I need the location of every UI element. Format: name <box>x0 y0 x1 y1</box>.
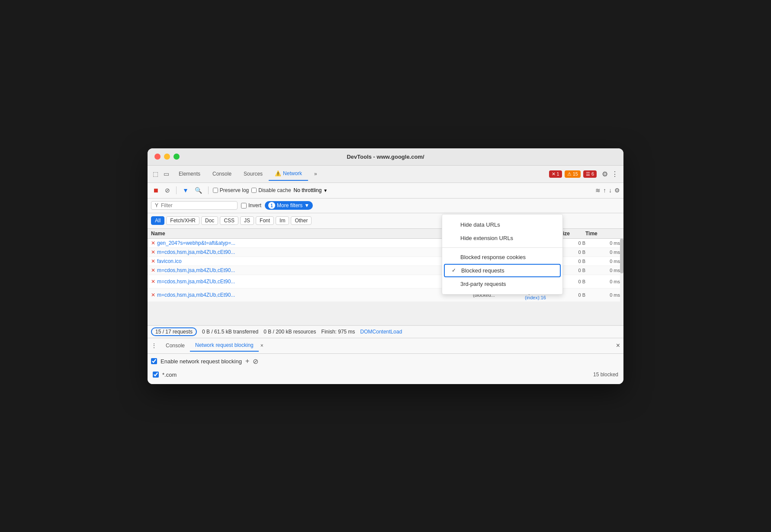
info-badge[interactable]: ☰ 6 <box>583 170 597 178</box>
request-name: m=cdos,hsm,jsa,mb4ZUb,cEt90... <box>157 292 235 298</box>
window-title: DevTools - www.google.com/ <box>347 154 424 160</box>
error-icon: ✕ <box>151 240 155 246</box>
enable-blocking-checkbox[interactable] <box>151 358 157 364</box>
filter-funnel-icon: Y <box>155 202 158 208</box>
tab-network[interactable]: ⚠️ Network <box>269 167 308 181</box>
col-time: Time <box>585 231 620 237</box>
request-time: 0 ms <box>585 240 620 246</box>
request-size: 0 B <box>559 259 585 264</box>
network-toolbar: ⏹ ⊘ ▼ 🔍 Preserve log Disable cache No th… <box>148 183 623 199</box>
type-filter-all[interactable]: All <box>151 216 164 225</box>
search-icon[interactable]: 🔍 <box>193 185 204 195</box>
rule-checkbox[interactable] <box>153 372 159 378</box>
request-time: 0 ms <box>585 292 620 298</box>
chevron-down-icon: ▼ <box>304 202 309 208</box>
close-button[interactable] <box>154 154 161 160</box>
tab-more[interactable]: » <box>308 167 323 180</box>
request-size: 0 B <box>559 268 585 273</box>
request-name: m=cdos,hsm,jsa,mb4ZUb,cEt90... <box>157 279 235 285</box>
requests-count: 15 / 17 requests <box>151 327 197 336</box>
menu-item-hide-data-urls[interactable]: Hide data URLs <box>442 218 562 231</box>
device-icon[interactable]: ▭ <box>162 169 171 179</box>
minimize-button[interactable] <box>164 154 170 160</box>
error-badge[interactable]: ✕ 1 <box>549 170 562 178</box>
tab-network-request-blocking[interactable]: Network request blocking <box>190 340 259 352</box>
type-filter-other[interactable]: Other <box>291 216 312 225</box>
filter-input[interactable] <box>161 202 222 208</box>
preserve-log-checkbox[interactable]: Preserve log <box>213 187 249 193</box>
network-settings-icon[interactable]: ⚙ <box>614 187 620 194</box>
error-icon: ✕ <box>151 267 155 273</box>
menu-item-3rd-party-requests[interactable]: 3rd-party requests <box>442 277 562 291</box>
bottom-more-icon[interactable]: ⋮ <box>151 342 157 349</box>
menu-separator-1 <box>442 247 562 248</box>
tab-elements[interactable]: Elements <box>173 167 206 180</box>
inspector-icon[interactable]: ⬚ <box>151 169 160 179</box>
status-bar: 15 / 17 requests 0 B / 61.5 kB transferr… <box>148 325 623 338</box>
more-filters-button[interactable]: 1 More filters ▼ <box>265 201 313 210</box>
request-size: 0 B <box>559 292 585 298</box>
type-filter-css[interactable]: CSS <box>220 216 238 225</box>
badge-area: ✕ 1 ⚠ 15 ☰ 6 <box>549 170 597 178</box>
error-icon: ✕ <box>151 292 155 298</box>
menu-item-blocked-requests[interactable]: ✓ Blocked requests <box>444 264 561 277</box>
info-icon: ☰ <box>586 171 590 177</box>
tab-console[interactable]: Console <box>206 167 238 180</box>
throttle-select[interactable]: No throttling <box>294 187 322 193</box>
menu-item-hide-extension-urls[interactable]: Hide extension URLs <box>442 231 562 245</box>
wifi-icon: ≋ <box>595 187 601 194</box>
domcontentloaded: DOMContentLoad <box>360 329 402 335</box>
type-filter-js[interactable]: JS <box>240 216 254 225</box>
bottom-panel: ⋮ Console Network request blocking × × E… <box>148 338 623 384</box>
clear-patterns-icon[interactable]: ⊘ <box>253 357 258 365</box>
type-filter-doc[interactable]: Doc <box>201 216 218 225</box>
finish-time: Finish: 975 ms <box>321 329 355 335</box>
warning-icon: ⚠️ <box>275 170 281 176</box>
titlebar: DevTools - www.google.com/ <box>148 148 623 166</box>
rule-pattern: *.com <box>162 372 590 378</box>
bottom-tab-bar: ⋮ Console Network request blocking × × <box>148 338 623 354</box>
add-pattern-icon[interactable]: + <box>245 357 249 365</box>
throttle-chevron[interactable]: ▼ <box>323 188 328 193</box>
request-time: 0 ms <box>585 250 620 255</box>
stop-recording-button[interactable]: ⏹ <box>151 185 161 195</box>
type-filter-font[interactable]: Font <box>256 216 274 225</box>
disable-cache-checkbox[interactable]: Disable cache <box>251 187 291 193</box>
request-name: m=cdos,hsm,jsa,mb4ZUb,cEt90... <box>157 267 235 273</box>
request-size: 0 B <box>559 240 585 246</box>
more-filters-dropdown: Hide data URLs Hide extension URLs Block… <box>442 214 563 295</box>
more-options-icon[interactable]: ⋮ <box>610 168 620 180</box>
settings-icon[interactable]: ⚙ <box>600 168 610 180</box>
error-icon: ✕ <box>151 279 155 285</box>
download-icon[interactable]: ↓ <box>609 187 612 194</box>
type-filter-fetch-xhr[interactable]: Fetch/XHR <box>166 216 199 225</box>
traffic-lights <box>154 154 180 160</box>
filter-row: Y Invert 1 More filters ▼ Hide data URLs… <box>148 199 623 213</box>
warning-badge[interactable]: ⚠ 15 <box>565 170 581 178</box>
error-icon: ✕ <box>151 249 155 255</box>
invert-checkbox[interactable]: Invert <box>241 202 261 208</box>
initiator-link[interactable]: (index):16 <box>525 295 546 300</box>
maximize-button[interactable] <box>173 154 180 160</box>
col-name: Name <box>151 231 473 237</box>
request-name: favicon.ico <box>157 258 182 264</box>
request-time: 0 ms <box>585 259 620 264</box>
enable-blocking-label[interactable]: Enable network request blocking <box>161 358 242 365</box>
request-size: 0 B <box>559 279 585 284</box>
error-icon: ✕ <box>552 171 556 177</box>
request-time: 0 ms <box>585 279 620 284</box>
filter-icon[interactable]: ▼ <box>181 185 190 195</box>
tab-console-bottom[interactable]: Console <box>161 340 190 351</box>
menu-item-blocked-response-cookies[interactable]: Blocked response cookies <box>442 250 562 264</box>
request-size: 0 B <box>559 250 585 255</box>
tab-sources[interactable]: Sources <box>238 167 269 180</box>
request-time: 0 ms <box>585 268 620 273</box>
upload-icon[interactable]: ↑ <box>603 187 606 194</box>
col-size: Size <box>559 231 585 237</box>
type-filter-img[interactable]: Im <box>276 216 289 225</box>
warning-icon-sm: ⚠ <box>567 171 572 177</box>
clear-button[interactable]: ⊘ <box>163 185 172 195</box>
panel-close-icon[interactable]: × <box>616 342 620 349</box>
tab-close-icon[interactable]: × <box>260 343 263 349</box>
scrollbar-thumb[interactable] <box>620 239 623 273</box>
